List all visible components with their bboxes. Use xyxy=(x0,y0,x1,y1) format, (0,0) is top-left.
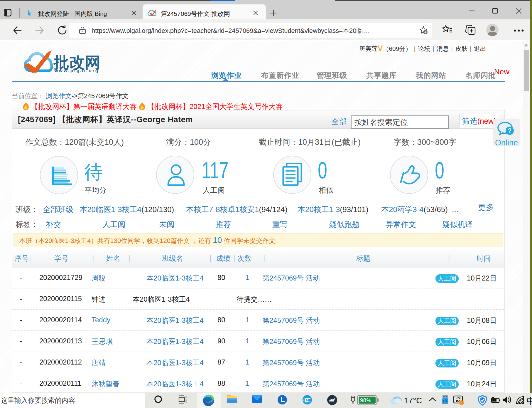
svg-text:e: e xyxy=(304,395,308,404)
svg-text:98%: 98% xyxy=(360,397,371,403)
svg-text:www.pigai.org: www.pigai.org xyxy=(54,68,99,73)
